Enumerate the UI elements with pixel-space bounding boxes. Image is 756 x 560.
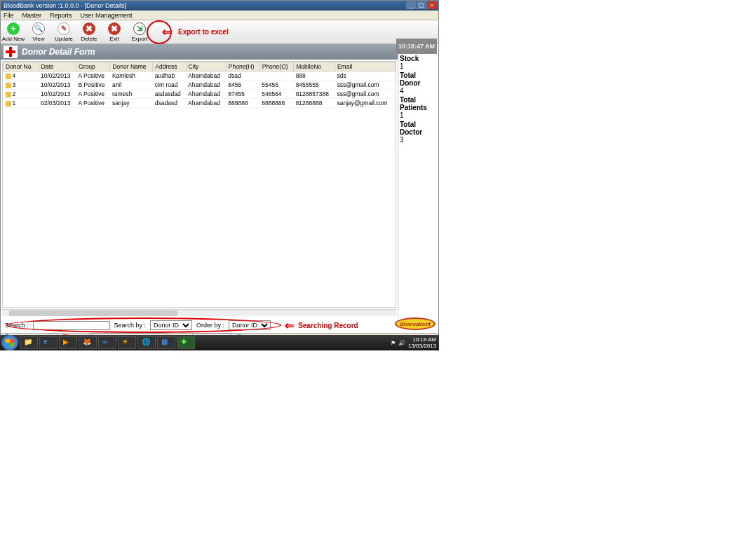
total-donor-value: 4 bbox=[400, 87, 437, 95]
column-header[interactable]: Date bbox=[39, 62, 76, 71]
column-header[interactable]: Group bbox=[76, 62, 110, 71]
table-cell: A Positive bbox=[76, 99, 110, 108]
table-cell: sds bbox=[335, 71, 395, 81]
column-header[interactable]: Donor Name bbox=[110, 62, 153, 71]
table-cell: sanjay bbox=[110, 99, 153, 108]
menu-file[interactable]: File bbox=[4, 12, 14, 19]
tray-volume-icon[interactable]: 🔊 bbox=[398, 340, 405, 346]
update-button[interactable]: ✎Update bbox=[51, 22, 76, 42]
table-cell: 548564 bbox=[259, 90, 293, 99]
order-by-select[interactable]: Donor ID bbox=[229, 320, 271, 330]
column-header[interactable]: Donor No. bbox=[4, 62, 39, 71]
folder-icon: 📁 bbox=[24, 338, 34, 348]
delete-icon: ✖ bbox=[83, 22, 95, 35]
column-header[interactable]: Email bbox=[335, 62, 395, 71]
total-doctor-value: 3 bbox=[400, 136, 437, 144]
menu-usermgmt[interactable]: User Management bbox=[81, 12, 133, 19]
red-cross-icon bbox=[4, 46, 18, 58]
exit-button[interactable]: ✖Exit bbox=[102, 22, 127, 42]
column-header[interactable]: MobileNo bbox=[294, 62, 335, 71]
table-cell: 4 bbox=[4, 71, 39, 81]
table-cell: 8455555 bbox=[294, 81, 335, 90]
globe-icon: 🌐 bbox=[142, 338, 151, 348]
side-panel: Bottle Stock 1 Total Donor 4 Total Patie… bbox=[398, 44, 438, 317]
view-button[interactable]: 🔍View bbox=[26, 22, 51, 42]
table-row[interactable]: 102/03/2013A PositivesanjaydsadasdAhamda… bbox=[4, 99, 396, 108]
table-cell: Ahamdabad bbox=[186, 99, 226, 108]
ie-icon: e bbox=[43, 338, 53, 348]
search-by-select[interactable]: Donor ID bbox=[150, 320, 192, 330]
taskbar-app1[interactable]: ∞ bbox=[98, 336, 116, 349]
delete-button[interactable]: ✖Delete bbox=[76, 22, 102, 42]
column-header[interactable]: Address bbox=[153, 62, 186, 71]
export-label: Export bbox=[131, 36, 147, 42]
export-button[interactable]: ⇲Export bbox=[127, 22, 152, 42]
column-header[interactable]: City bbox=[186, 62, 226, 71]
tray-flag-icon[interactable]: ⚑ bbox=[391, 340, 396, 346]
horizontal-scrollbar[interactable] bbox=[2, 309, 396, 316]
table-cell: Ahamdabad bbox=[186, 71, 226, 81]
taskbar-app3[interactable]: 🌐 bbox=[137, 336, 156, 349]
taskbar-app4[interactable]: ▦ bbox=[157, 336, 175, 349]
exit-label: Exit bbox=[109, 36, 119, 42]
taskbar-ie[interactable]: e bbox=[39, 336, 58, 349]
add-new-label: Add New bbox=[2, 36, 25, 42]
search-input[interactable] bbox=[33, 321, 110, 330]
start-button[interactable] bbox=[1, 335, 18, 350]
doc-icon: ▦ bbox=[161, 338, 171, 348]
table-cell: 10/02/2013 bbox=[39, 90, 76, 99]
table-cell: Ahamdabad bbox=[186, 90, 226, 99]
column-header[interactable]: Phone(H) bbox=[226, 62, 259, 71]
tray-date: 13/03/2013 bbox=[408, 343, 436, 349]
exit-icon: ✖ bbox=[108, 22, 121, 35]
form-title: Donor Detail Form bbox=[22, 47, 95, 57]
app-window: BloodBank version :1.0.0.0 - [Donor Deta… bbox=[0, 0, 439, 335]
scrollbar-thumb[interactable] bbox=[9, 310, 177, 316]
menu-master[interactable]: Master bbox=[22, 12, 42, 19]
app-title: BloodBank version :1.0.0.0 - [Donor Deta… bbox=[4, 2, 126, 9]
toolbar: +Add New 🔍View ✎Update ✖Delete ✖Exit ⇲Ex… bbox=[1, 20, 438, 44]
taskbar-firefox[interactable]: 🦊 bbox=[79, 336, 97, 349]
table-row[interactable]: 210/02/2013A PositiverameshasdasdadAhamd… bbox=[4, 90, 396, 99]
infinity-icon: ∞ bbox=[102, 338, 112, 348]
column-header[interactable]: Phone(O) bbox=[259, 62, 293, 71]
bottle-stock-value: 1 bbox=[400, 62, 437, 70]
menu-bar: File Master Reports User Management bbox=[1, 11, 438, 20]
taskbar-running-app[interactable]: ✚ bbox=[177, 336, 195, 349]
order-by-label: Order by : bbox=[196, 322, 224, 329]
add-new-button[interactable]: +Add New bbox=[1, 22, 26, 42]
play-icon: ▶ bbox=[63, 338, 73, 348]
table-cell: ramesh bbox=[110, 90, 153, 99]
taskbar-app2[interactable]: ☀ bbox=[118, 336, 136, 349]
close-button[interactable]: × bbox=[427, 1, 437, 9]
table-cell: 87455 bbox=[226, 90, 259, 99]
total-patients-value: 1 bbox=[400, 111, 437, 119]
row-icon bbox=[6, 101, 11, 107]
maximize-button[interactable]: ▢ bbox=[417, 1, 426, 9]
sun-icon: ☀ bbox=[122, 338, 132, 348]
search-bar: Search : Search by : Donor ID Order by :… bbox=[1, 317, 438, 333]
tray-time: 10:18 AM bbox=[408, 336, 436, 343]
table-cell: 888888 bbox=[226, 99, 259, 108]
table-cell: 3 bbox=[4, 81, 39, 90]
taskbar-explorer[interactable]: 📁 bbox=[20, 336, 38, 349]
menu-reports[interactable]: Reports bbox=[50, 12, 72, 19]
form-header: Donor Detail Form bbox=[1, 44, 398, 60]
table-cell: 55455 bbox=[259, 81, 293, 90]
delete-label: Delete bbox=[81, 36, 97, 42]
table-cell: Ahamdabad bbox=[186, 81, 226, 90]
taskbar[interactable]: 📁 e ▶ 🦊 ∞ ☀ 🌐 ▦ ✚ ⚑ 🔊 10:18 AM 13/03/201… bbox=[0, 335, 439, 350]
total-donor-label: Total Donor bbox=[400, 71, 437, 87]
table-cell bbox=[259, 71, 293, 81]
taskbar-wmp[interactable]: ▶ bbox=[59, 336, 77, 349]
table-row[interactable]: 410/02/2013A PositiveKamleshaudhabAhamda… bbox=[4, 71, 396, 81]
tray-clock[interactable]: 10:18 AM 13/03/2013 bbox=[408, 336, 436, 349]
minimize-button[interactable]: _ bbox=[406, 1, 416, 9]
table-row[interactable]: 310/02/2013B Positiveanilcim roadAhamdab… bbox=[4, 81, 396, 90]
title-bar[interactable]: BloodBank version :1.0.0.0 - [Donor Deta… bbox=[1, 1, 438, 11]
arrow-left-icon: ⇐ bbox=[285, 319, 294, 332]
magnifier-icon: 🔍 bbox=[32, 22, 45, 35]
table-cell: 8455 bbox=[226, 81, 259, 90]
table-cell: 8888888 bbox=[259, 99, 293, 108]
data-grid[interactable]: Donor No.DateGroupDonor NameAddressCityP… bbox=[2, 61, 396, 308]
